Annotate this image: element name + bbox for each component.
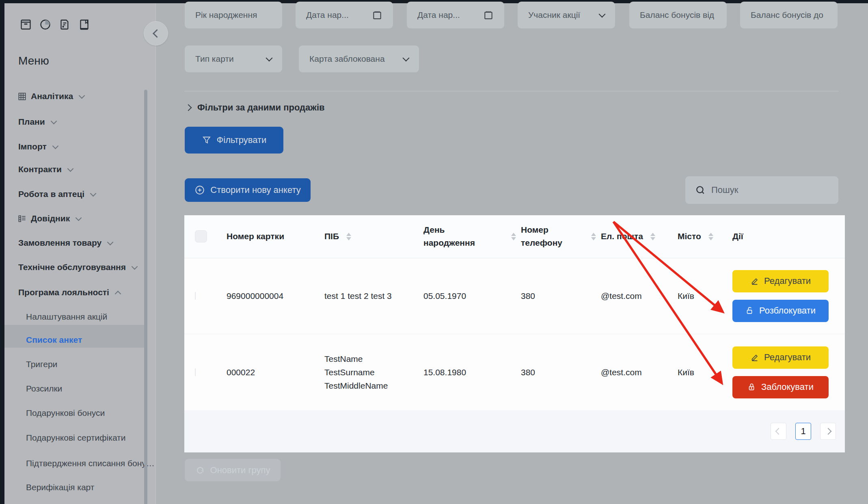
sidebar-subitem-tryhery[interactable]: Тригери — [26, 359, 57, 369]
cell-name: TestName TestSurname TestMiddleName — [324, 352, 423, 393]
cell-card-number: 000022 — [227, 366, 324, 379]
sidebar-item-import[interactable]: Імпорт — [18, 142, 58, 151]
row-checkbox[interactable] — [195, 368, 196, 376]
update-group-label: Оновити групу — [210, 465, 270, 476]
filter-label: Баланс бонусів до — [751, 10, 823, 20]
sidebar-top-icons — [19, 18, 91, 31]
edit-button[interactable]: Редагувати — [732, 270, 829, 292]
sidebar-subitem-podarunkovi-bonusy[interactable]: Подарункові бонуси — [26, 408, 105, 418]
calendar-icon — [372, 10, 382, 20]
sort-icon[interactable] — [650, 233, 655, 240]
col-header-city[interactable]: Місто — [678, 231, 732, 241]
funnel-icon — [202, 135, 212, 145]
create-questionnaire-button[interactable]: Створити нову анкету — [185, 178, 311, 202]
sidebar-item-label: Аналітика — [31, 91, 73, 101]
search-input[interactable]: Пошук — [685, 176, 838, 204]
archive-icon[interactable] — [19, 18, 32, 31]
filter-label: Баланс бонусів від — [640, 10, 714, 20]
sidebar-item-zamovlennya-tovaru[interactable]: Замовлення товару — [18, 238, 112, 248]
filters-divider — [185, 91, 838, 91]
filter-birth-date-to[interactable]: Дата нар... — [407, 2, 504, 28]
list-icon — [17, 214, 27, 223]
sidebar-scrollbar[interactable] — [144, 90, 147, 504]
filter-label: Карта заблокована — [309, 54, 385, 64]
sidebar-subitem-podarunkovi-sertyfikaty[interactable]: Подарункові сертифікати — [26, 433, 125, 443]
pagination-page-1[interactable]: 1 — [795, 423, 811, 440]
update-group-button[interactable]: Оновити групу — [185, 459, 281, 481]
sort-icon[interactable] — [511, 233, 516, 240]
pagination-next-button[interactable] — [820, 423, 836, 440]
sort-icon[interactable] — [708, 233, 713, 240]
header-label: Ел. пошта — [601, 231, 643, 241]
header-label: Місто — [678, 231, 701, 241]
sidebar-item-label: Плани — [18, 117, 45, 127]
table-row: 969000000004 test 1 test 2 test 3 05.05.… — [184, 258, 845, 334]
edit-button[interactable]: Редагувати — [732, 346, 829, 369]
lock-icon — [747, 383, 756, 392]
sidebar-collapse-button[interactable] — [144, 21, 168, 45]
chevron-down-icon — [76, 214, 82, 221]
filter-button[interactable]: Фільтрувати — [185, 127, 283, 154]
col-header-dob[interactable]: День народження — [423, 223, 521, 250]
sidebar-item-plany[interactable]: Плани — [18, 117, 56, 127]
sidebar-item-robota-v-aptetsi[interactable]: Робота в аптеці — [18, 189, 95, 199]
filter-label: Тип карти — [195, 54, 234, 64]
table-header-row: Номер картки ПІБ День народження Номер т… — [184, 215, 845, 258]
filter-bonus-balance-from[interactable]: Баланс бонусів від — [629, 2, 727, 28]
sidebar-subitem-pidtverdzhennya-spysannya[interactable]: Підтвердження списання бону… — [26, 459, 155, 468]
pie-chart-icon[interactable] — [39, 18, 52, 31]
sales-filters-toggle[interactable]: Фільтри за даними продажів — [186, 102, 325, 113]
filter-bonus-balance-to[interactable]: Баланс бонусів до — [740, 2, 838, 28]
sidebar-subitem-rozsylky[interactable]: Розсилки — [26, 384, 62, 394]
sidebar-item-label: Контракти — [18, 164, 62, 174]
sidebar-subitem-spysok-anket[interactable]: Список анкет — [26, 335, 82, 345]
filter-promo-participant[interactable]: Учасник акції — [518, 2, 615, 28]
sidebar-item-dovidnyk[interactable]: Довідник — [17, 214, 81, 223]
book-icon[interactable] — [78, 18, 91, 31]
sidebar-item-label: Довідник — [31, 214, 70, 223]
refresh-icon — [195, 465, 205, 475]
chevron-down-icon — [107, 239, 114, 245]
block-button[interactable]: Заблокувати — [732, 376, 829, 398]
chevron-down-icon — [403, 54, 410, 61]
sidebar-item-label: Програма лояльності — [18, 288, 109, 297]
sidebar-item-kontrakty[interactable]: Контракти — [18, 164, 73, 174]
edit-label: Редагувати — [764, 352, 811, 363]
pagination-prev-button[interactable] — [771, 423, 786, 440]
unlock-icon — [745, 306, 754, 315]
col-header-name[interactable]: ПІБ — [324, 231, 423, 241]
sidebar-item-label: Замовлення товару — [18, 238, 101, 248]
filter-birth-date-from[interactable]: Дата нар... — [296, 2, 393, 28]
pencil-icon — [750, 277, 759, 286]
sidebar-item-label: Технічне обслуговування — [18, 262, 126, 272]
grid-icon — [17, 92, 27, 101]
cell-dob: 15.08.1980 — [423, 366, 521, 379]
col-header-phone[interactable]: Номер телефону — [521, 223, 601, 250]
select-all-checkbox[interactable] — [195, 230, 207, 242]
cell-card-number: 969000000004 — [227, 289, 324, 303]
col-header-email[interactable]: Ел. пошта — [601, 231, 678, 241]
sales-filters-label: Фільтри за даними продажів — [197, 102, 325, 113]
chevron-down-icon — [50, 118, 57, 124]
cell-city: Київ — [678, 289, 732, 303]
sidebar-subitem-nalashtuvannya-aktsiy[interactable]: Налаштування акцій — [26, 312, 107, 322]
sidebar-item-tekhnichne-obslugovuvannya[interactable]: Технічне обслуговування — [18, 262, 137, 272]
sidebar-item-analitika[interactable]: Аналітика — [17, 91, 84, 101]
col-header-card-number[interactable]: Номер картки — [227, 231, 324, 241]
filter-card-blocked[interactable]: Карта заблокована — [299, 45, 419, 72]
pencil-icon — [750, 353, 759, 362]
sort-icon[interactable] — [591, 233, 596, 240]
sidebar-item-prohrama-loyalnosti[interactable]: Програма лояльності — [18, 288, 120, 297]
row-checkbox[interactable] — [195, 292, 196, 300]
cell-email: @test.com — [601, 366, 678, 379]
filter-card-type[interactable]: Тип карти — [185, 45, 282, 72]
cell-phone: 380 — [521, 289, 601, 303]
unblock-button[interactable]: Розблокувати — [732, 300, 829, 322]
sort-icon[interactable] — [346, 233, 351, 240]
table-footer: 1 — [184, 410, 845, 452]
filter-birth-year[interactable]: Рік народження — [185, 2, 282, 28]
document-icon[interactable] — [58, 18, 71, 31]
cell-dob: 05.05.1970 — [423, 289, 521, 303]
sidebar-subitem-veryfikatsiya-kart[interactable]: Верифікація карт — [26, 482, 94, 492]
chevron-right-icon — [185, 104, 192, 111]
